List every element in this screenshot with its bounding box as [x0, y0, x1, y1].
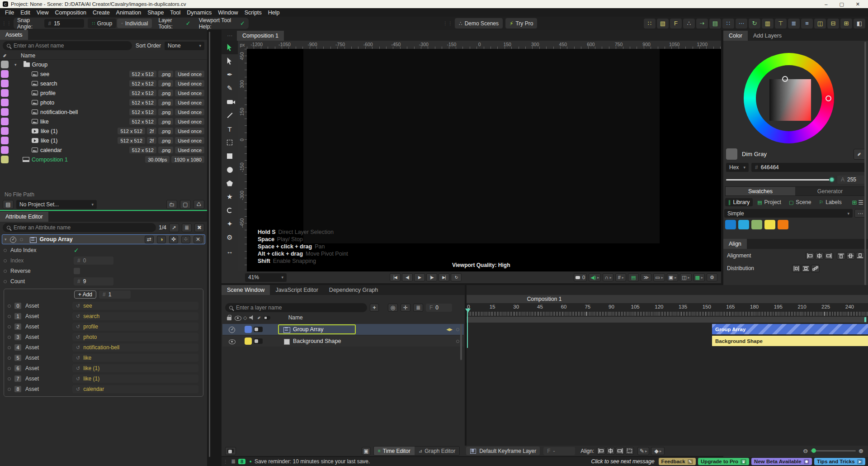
toolbar-icon-button[interactable]: ▥ [762, 19, 774, 29]
filter-icon[interactable]: ≣ [413, 304, 423, 312]
asset-color-swatch[interactable] [1, 61, 9, 68]
keyframe-dot-icon[interactable] [8, 325, 11, 328]
transform-icon[interactable]: ✛ [401, 304, 410, 312]
menu-item[interactable]: Shape [144, 10, 167, 16]
frame-view-icon[interactable]: ▣ [362, 447, 371, 455]
balance-icon[interactable]: ◑ [157, 236, 166, 243]
maximize-button[interactable]: ▢ [839, 1, 844, 7]
layer-color-swatch[interactable] [245, 338, 252, 345]
lock-icon[interactable] [226, 315, 233, 321]
asset-row[interactable]: ▾ calendar 512 x 512 .png Used once [0, 145, 207, 155]
keyframe-dot-icon[interactable] [4, 280, 7, 283]
tool-button[interactable] [222, 54, 238, 68]
color-swatch[interactable] [751, 220, 762, 229]
tab-time-editor[interactable]: ≡Time Editor [374, 447, 415, 455]
tool-button[interactable] [222, 136, 238, 149]
list-view-icon[interactable]: ☰ [858, 199, 863, 206]
distribute-grid-button[interactable] [811, 265, 820, 272]
keyframe-dot-icon[interactable] [8, 367, 11, 370]
visibility-toggle[interactable] [254, 338, 263, 344]
toolbar-icon-button[interactable]: ⊟ [827, 19, 839, 29]
asset-color-swatch[interactable] [1, 118, 9, 125]
chevron-down-icon[interactable]: ▾ [14, 62, 17, 67]
kf-align-left-button[interactable] [597, 447, 605, 455]
asset-color-swatch[interactable] [1, 70, 9, 78]
alpha-slider[interactable] [726, 179, 834, 181]
asset-row[interactable]: ▾ see 512 x 512 .png Used once [0, 69, 207, 79]
viewport-toggle-button[interactable]: ▤ [628, 273, 639, 281]
align-right-button[interactable] [825, 252, 833, 260]
alpha-field[interactable]: A255 [837, 176, 865, 184]
clear-search-icon[interactable]: ✖ [194, 223, 204, 232]
zoom-in-icon[interactable]: ⊕ [859, 447, 863, 454]
kf-align-right-button[interactable] [616, 447, 624, 455]
viewport-help-check-icon[interactable]: ✓ [240, 20, 245, 27]
visibility-toggle[interactable] [254, 327, 263, 332]
tab-composition-1[interactable]: Composition 1 [237, 31, 284, 41]
asset-value-field[interactable]: ↺photo [72, 333, 198, 341]
asset-value-field[interactable]: ↺calendar [72, 385, 198, 393]
promo-badge[interactable]: Tips and Tricks➤ [814, 458, 865, 465]
toolbar-icon-button[interactable]: ≡ [801, 19, 813, 29]
asset-row[interactable]: ▾ like (1) 512 x 512 2f .png Used once [0, 136, 207, 145]
align-left-button[interactable] [806, 252, 814, 260]
asset-color-swatch[interactable] [1, 89, 9, 97]
minimize-button[interactable]: – [825, 1, 827, 7]
toolbar-icon-button[interactable]: ≣ [788, 19, 800, 29]
work-area-end-handle[interactable] [864, 317, 866, 322]
group-mode-button[interactable]: ∷Group [88, 19, 116, 28]
scene-tab[interactable]: Dependency Graph [324, 285, 383, 295]
frame-input[interactable]: F- [543, 447, 575, 455]
menu-item[interactable]: Dynamics [184, 10, 215, 16]
project-dropdown[interactable]: No Project Set...▾ [16, 200, 97, 209]
demo-scenes-button[interactable]: ∴Demo Scenes [455, 18, 503, 29]
menu-item[interactable]: Tool [167, 10, 184, 16]
asset-row[interactable]: ▾ like 512 x 512 .png Used once [0, 117, 207, 126]
tool-button[interactable]: ✒ [222, 68, 238, 81]
asset-color-swatch[interactable] [1, 137, 9, 144]
asset-color-swatch[interactable] [1, 127, 9, 135]
speaker-icon[interactable] [249, 315, 255, 321]
layer-row-background-shape[interactable]: Background Shape [222, 336, 464, 347]
keyframe-dot-icon[interactable] [456, 328, 459, 331]
swatch-source-tab[interactable]: ⚐Labels [816, 198, 844, 206]
group-array-header[interactable]: ▾ Group Array ⇄ ◑ ✜ ⁘ ✕ [2, 234, 205, 244]
tab-align[interactable]: Align [723, 239, 747, 249]
visibility-toggle-icon[interactable] [264, 315, 270, 321]
tool-button[interactable]: ↔ [222, 244, 238, 258]
hue-selector[interactable] [826, 95, 831, 101]
asset-value-field[interactable]: ↺profile [72, 323, 198, 331]
toolbar-icon-button[interactable]: ∴ [683, 19, 695, 29]
menu-item[interactable]: View [33, 10, 52, 16]
current-color-swatch[interactable] [726, 148, 737, 160]
sv-selector[interactable] [782, 76, 788, 82]
zoom-out-icon[interactable]: ⊖ [803, 447, 808, 454]
frame-field[interactable]: F0 [426, 304, 452, 312]
asset-value-field[interactable]: ↺like (1) [72, 375, 198, 383]
asset-row[interactable]: ▾ photo 512 x 512 .png Used once [0, 98, 207, 107]
sort-order-dropdown[interactable]: None▾ [165, 42, 204, 50]
count-field[interactable]: #9 [74, 277, 113, 285]
tool-button[interactable]: T [222, 122, 238, 136]
toolbar-icon-button[interactable]: ∷ [644, 19, 656, 29]
asset-value-field[interactable]: ↺notification-bell [72, 343, 198, 352]
zoom-slider[interactable] [811, 450, 856, 452]
swatch-source-tab[interactable]: ∥Library [725, 198, 753, 206]
asset-row[interactable]: ▾ Group [0, 60, 207, 69]
scene-scrollbar[interactable] [460, 324, 462, 360]
viewport-toggle-button[interactable]: ◫ [680, 273, 691, 281]
keyframe-dot-icon[interactable] [456, 340, 459, 343]
messages-icon[interactable]: ≣ [231, 458, 236, 465]
asset-color-swatch[interactable] [1, 108, 9, 116]
asset-search-input[interactable] [3, 41, 132, 50]
swatch-group-dropdown[interactable]: Simple▾ [724, 209, 853, 218]
next-message-link[interactable]: Click to see next message [591, 458, 655, 465]
keyframe-dot-icon[interactable] [4, 259, 7, 262]
keyframe-dot-icon[interactable] [8, 336, 11, 339]
add-entry-button[interactable]: + Add [74, 290, 96, 299]
hex-input[interactable]: #646464 [751, 163, 865, 172]
tab-color[interactable]: Color [723, 31, 748, 41]
pin-icon[interactable]: ✜ [169, 236, 178, 243]
open-folder-icon[interactable]: 🗀 [166, 200, 177, 209]
try-pro-button[interactable]: ⚡Try Pro [505, 18, 537, 29]
